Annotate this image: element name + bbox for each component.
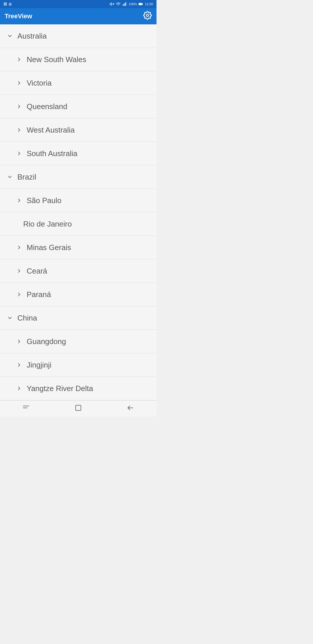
tree-row-mg[interactable]: Minas Gerais: [0, 236, 156, 259]
tree-item-australia: Australia: [0, 24, 156, 48]
recents-nav-button[interactable]: [75, 404, 82, 413]
g-icon: G: [9, 2, 12, 6]
tree-item-gd: Guangdong: [0, 330, 156, 353]
chevron-right-icon: [14, 54, 24, 65]
chevron-right-icon: [14, 148, 24, 159]
tree-row-sp[interactable]: São Paulo: [0, 189, 156, 212]
tree-row-wa[interactable]: West Australia: [0, 118, 156, 142]
svg-rect-8: [139, 3, 142, 5]
photo-icon: 🖼: [3, 2, 7, 6]
chevron-down-icon: [5, 172, 15, 182]
svg-rect-6: [126, 2, 126, 6]
chevron-right-icon: [14, 266, 24, 276]
svg-rect-5: [125, 3, 125, 6]
tree-item-nsw: New South Wales: [0, 48, 156, 71]
sa-label: South Australia: [27, 149, 77, 158]
tree-item-jjj: Jingjinji: [0, 353, 156, 377]
status-bar: 🖼 G 100% 11:50: [0, 0, 156, 8]
tree-item-sa: South Australia: [0, 142, 156, 165]
rj-label: Rio de Janeiro: [23, 220, 72, 229]
tree-item-ce: Ceará: [0, 259, 156, 283]
tree-row-australia[interactable]: Australia: [0, 24, 156, 48]
chevron-right-icon: [14, 360, 24, 370]
tree-row-rj[interactable]: Rio de Janeiro: [0, 212, 156, 236]
svg-rect-4: [124, 4, 124, 6]
status-bar-right: 100% 11:50: [110, 2, 153, 6]
tree-row-victoria[interactable]: Victoria: [0, 71, 156, 95]
menu-nav-button[interactable]: [22, 404, 30, 413]
wifi-icon: [116, 2, 121, 6]
tree-row-brazil[interactable]: Brazil: [0, 165, 156, 189]
tree-item-mg: Minas Gerais: [0, 236, 156, 259]
chevron-right-icon: [14, 195, 24, 206]
svg-point-10: [146, 14, 149, 17]
tree-item-yrd: Yangtze River Delta: [0, 377, 156, 400]
ce-label: Ceará: [27, 267, 47, 276]
back-nav-button[interactable]: [127, 404, 134, 413]
china-label: China: [17, 314, 37, 323]
mg-label: Minas Gerais: [27, 243, 71, 252]
jjj-label: Jingjinji: [27, 361, 51, 370]
pr-label: Paraná: [27, 290, 51, 299]
back-arrow-icon: [127, 404, 134, 412]
tree-row-nsw[interactable]: New South Wales: [0, 48, 156, 71]
svg-rect-3: [123, 4, 123, 6]
tree-row-yrd[interactable]: Yangtze River Delta: [0, 377, 156, 400]
tree-item-queensland: Queensland: [0, 95, 156, 118]
time-display: 11:50: [145, 2, 153, 6]
app-title: TreeView: [5, 12, 32, 20]
tree-item-wa: West Australia: [0, 118, 156, 142]
chevron-right-icon: [14, 101, 24, 112]
wa-label: West Australia: [27, 126, 75, 135]
tree-row-queensland[interactable]: Queensland: [0, 95, 156, 118]
settings-button[interactable]: [143, 11, 152, 22]
chevron-right-icon: [14, 383, 24, 394]
signal-icon: [122, 2, 127, 6]
battery-percent: 100%: [129, 2, 137, 6]
tree-item-brazil: Brazil: [0, 165, 156, 189]
svg-rect-13: [76, 405, 81, 410]
gd-label: Guangdong: [27, 337, 66, 346]
square-icon: [75, 404, 82, 411]
menu-icon: [22, 404, 30, 412]
tree-row-pr[interactable]: Paraná: [0, 283, 156, 306]
tree-item-pr: Paraná: [0, 283, 156, 306]
chevron-right-icon: [14, 336, 24, 347]
gear-icon: [143, 11, 152, 20]
mute-icon: [110, 2, 114, 6]
svg-marker-0: [110, 3, 112, 5]
yrd-label: Yangtze River Delta: [27, 384, 93, 393]
tree-row-gd[interactable]: Guangdong: [0, 330, 156, 353]
victoria-label: Victoria: [27, 79, 52, 88]
tree-row-sa[interactable]: South Australia: [0, 142, 156, 165]
sp-label: São Paulo: [27, 196, 61, 205]
chevron-right-icon: [14, 78, 24, 88]
brazil-label: Brazil: [17, 173, 36, 182]
tree-item-sp: São Paulo: [0, 189, 156, 212]
tree-item-rj: Rio de Janeiro: [0, 212, 156, 236]
australia-label: Australia: [17, 32, 47, 41]
chevron-down-icon: [5, 313, 15, 323]
tree-row-ce[interactable]: Ceará: [0, 259, 156, 283]
status-bar-left: 🖼 G: [3, 2, 12, 6]
tree-content: Australia New South Wales Victoria Queen…: [0, 24, 156, 400]
tree-row-china[interactable]: China: [0, 306, 156, 330]
chevron-right-icon: [14, 125, 24, 135]
chevron-right-icon: [14, 289, 24, 300]
navigation-bar: [0, 400, 156, 417]
tree-item-victoria: Victoria: [0, 71, 156, 95]
chevron-right-icon: [14, 242, 24, 253]
tree-row-jjj[interactable]: Jingjinji: [0, 353, 156, 377]
tree-item-china: China: [0, 306, 156, 330]
battery-icon: [139, 2, 143, 6]
chevron-down-icon: [5, 31, 15, 41]
app-bar: TreeView: [0, 8, 156, 24]
svg-rect-9: [143, 4, 143, 5]
nsw-label: New South Wales: [27, 55, 86, 64]
queensland-label: Queensland: [27, 102, 67, 111]
